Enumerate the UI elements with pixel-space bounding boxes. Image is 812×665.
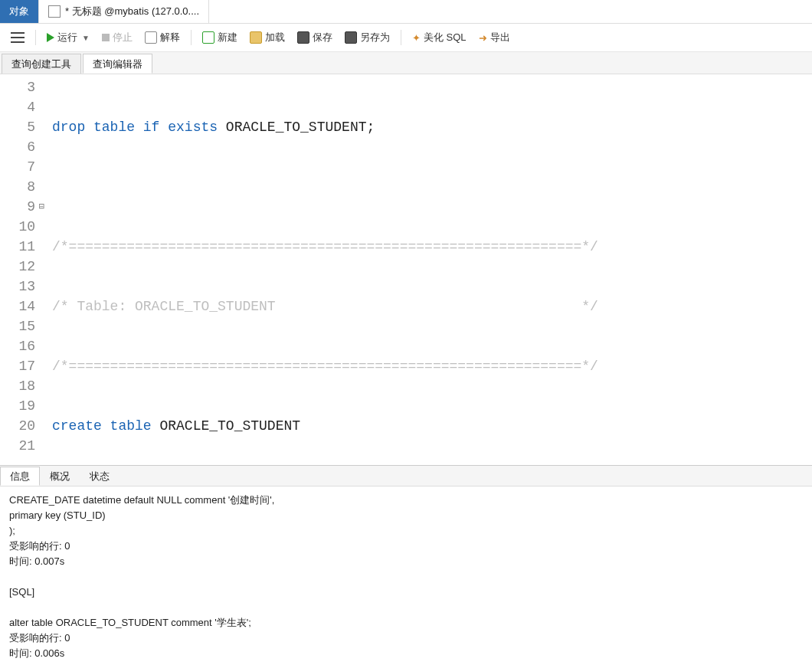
beautify-label: 美化 SQL bbox=[424, 31, 467, 44]
tab-document[interactable]: * 无标题 @mybatis (127.0.0.... bbox=[39, 0, 209, 23]
separator bbox=[35, 30, 36, 45]
save-as-icon bbox=[345, 31, 357, 44]
code-line-8: create table ORACLE_TO_STUDENT bbox=[52, 416, 812, 436]
beautify-button[interactable]: ✦ 美化 SQL bbox=[408, 29, 471, 46]
run-label: 运行 bbox=[57, 31, 77, 44]
save-button[interactable]: 保存 bbox=[293, 29, 337, 46]
stop-icon bbox=[102, 34, 110, 41]
separator bbox=[401, 30, 401, 45]
tab-status[interactable]: 状态 bbox=[80, 467, 120, 486]
tab-profile[interactable]: 概况 bbox=[40, 467, 80, 486]
explain-button[interactable]: 解释 bbox=[140, 29, 185, 46]
separator bbox=[191, 30, 192, 45]
output-tabs: 信息 概况 状态 bbox=[0, 466, 812, 486]
tab-objects[interactable]: 对象 bbox=[0, 0, 39, 23]
explain-label: 解释 bbox=[160, 31, 180, 44]
folder-icon bbox=[250, 31, 262, 44]
stop-button[interactable]: 停止 bbox=[97, 29, 137, 46]
tab-objects-label: 对象 bbox=[9, 5, 29, 18]
load-button[interactable]: 加载 bbox=[245, 29, 290, 46]
load-label: 加载 bbox=[265, 31, 285, 44]
top-tabs: 对象 * 无标题 @mybatis (127.0.0.... bbox=[0, 0, 812, 24]
new-button[interactable]: 新建 bbox=[198, 29, 242, 46]
export-label: 导出 bbox=[490, 31, 510, 44]
code-line-6: /* Table: ORACLE_TO_STUDENT */ bbox=[52, 296, 812, 316]
query-tab-icon bbox=[48, 5, 61, 18]
code-line-7: /*======================================… bbox=[52, 356, 812, 376]
menu-button[interactable] bbox=[6, 31, 29, 44]
stop-label: 停止 bbox=[113, 31, 133, 44]
code-line-4 bbox=[52, 177, 812, 197]
new-icon bbox=[202, 31, 214, 44]
sub-tabs: 查询创建工具 查询编辑器 bbox=[0, 52, 812, 74]
run-button[interactable]: 运行 ▼ bbox=[42, 29, 94, 46]
explain-icon bbox=[145, 31, 157, 44]
code-line-3: drop table if exists ORACLE_TO_STUDENT; bbox=[52, 117, 812, 137]
sql-editor[interactable]: 345678 910111213 1415161718192021 drop t… bbox=[0, 74, 812, 465]
save-as-label: 另存为 bbox=[360, 31, 390, 44]
new-label: 新建 bbox=[218, 31, 237, 44]
wand-icon: ✦ bbox=[412, 32, 421, 44]
save-as-button[interactable]: 另存为 bbox=[340, 29, 395, 46]
code-line-5: /*======================================… bbox=[52, 237, 812, 257]
tab-info[interactable]: 信息 bbox=[0, 467, 40, 486]
output-panel: 信息 概况 状态 CREATE_DATE datetime default NU… bbox=[0, 465, 812, 665]
save-icon bbox=[297, 31, 309, 44]
play-icon bbox=[47, 33, 54, 42]
tab-query-editor[interactable]: 查询编辑器 bbox=[83, 54, 152, 74]
tab-query-builder[interactable]: 查询创建工具 bbox=[2, 54, 81, 74]
output-content[interactable]: CREATE_DATE datetime default NULL commen… bbox=[0, 486, 812, 665]
save-label: 保存 bbox=[313, 31, 332, 44]
dropdown-icon: ▼ bbox=[82, 34, 90, 42]
tab-document-label: * 无标题 @mybatis (127.0.0.... bbox=[65, 5, 199, 18]
code-area[interactable]: drop table if exists ORACLE_TO_STUDENT; … bbox=[41, 74, 812, 465]
line-gutter: 345678 910111213 1415161718192021 bbox=[0, 74, 41, 465]
hamburger-icon bbox=[11, 32, 25, 43]
export-button[interactable]: ➜ 导出 bbox=[474, 29, 515, 46]
toolbar: 运行 ▼ 停止 解释 新建 加载 保存 另存为 ✦ 美化 SQL ➜ 导出 bbox=[0, 24, 812, 52]
export-icon: ➜ bbox=[479, 32, 487, 44]
